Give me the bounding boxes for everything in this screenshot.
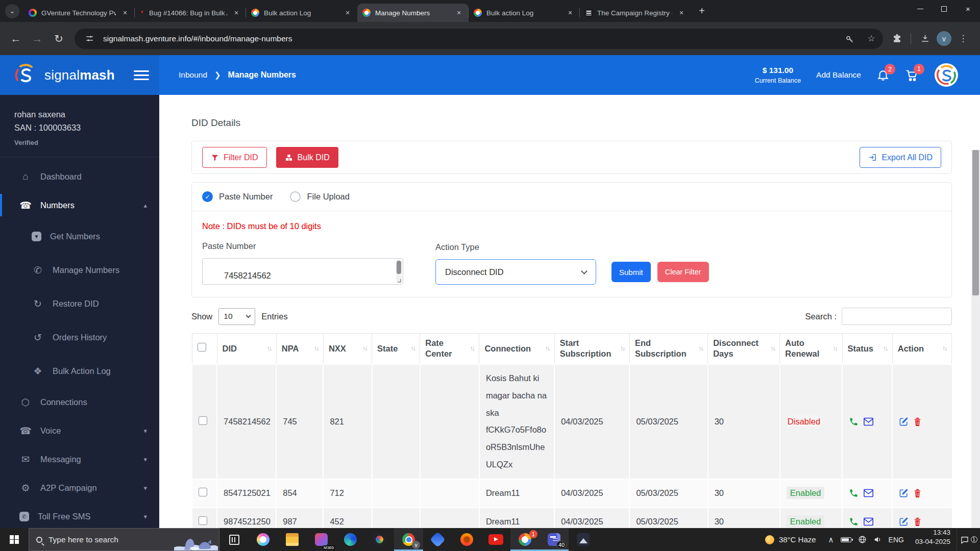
call-icon[interactable] xyxy=(849,517,859,527)
delete-icon[interactable] xyxy=(913,417,922,427)
forward-button[interactable]: → xyxy=(28,29,47,48)
sort-icon[interactable]: ↑↓ xyxy=(314,345,318,353)
row-checkbox[interactable] xyxy=(199,516,207,525)
column-header[interactable]: State ↑↓ xyxy=(372,334,420,364)
message-icon[interactable] xyxy=(863,517,874,527)
tab-close-icon[interactable]: × xyxy=(343,8,352,17)
sort-icon[interactable]: ↑↓ xyxy=(833,345,837,353)
taskbar-app-image-viewer[interactable] xyxy=(569,528,598,551)
url-text[interactable]: signalmash.gventure.info/#/inbound/manag… xyxy=(103,34,836,43)
paste-number-textarea[interactable]: 7458214562 xyxy=(202,258,403,285)
sort-icon[interactable]: ↑↓ xyxy=(620,345,624,353)
notifications-bell[interactable]: 2 xyxy=(876,68,890,82)
sort-icon[interactable]: ↑↓ xyxy=(770,345,774,353)
taskbar-app-copilot[interactable] xyxy=(249,528,278,551)
sort-icon[interactable]: ↑↓ xyxy=(410,345,414,353)
hidden-icons-chevron[interactable]: ∧ xyxy=(828,535,834,544)
taskbar-app-signalmash-window[interactable]: 1 xyxy=(510,528,540,551)
sidebar-item-numbers[interactable]: ☎ Numbers ▴ xyxy=(0,191,159,219)
back-button[interactable]: ← xyxy=(6,29,26,48)
language-indicator[interactable]: ENG xyxy=(889,536,904,544)
extensions-puzzle-icon[interactable] xyxy=(889,31,904,46)
browser-tab[interactable]: GVenture Technology Pvt. L × xyxy=(23,4,135,22)
network-icon[interactable] xyxy=(858,535,867,544)
taskbar-clock[interactable]: 13:43 03-04-2025 xyxy=(909,528,957,551)
browser-tab[interactable]: Bug #14066: Bug in Bulk A × xyxy=(135,4,246,22)
column-header[interactable]: Connection ↑↓ xyxy=(479,334,554,364)
downloads-icon[interactable] xyxy=(917,31,933,46)
delete-icon[interactable] xyxy=(913,488,922,498)
browser-profile-avatar[interactable]: v xyxy=(937,31,951,46)
new-tab-button[interactable]: + xyxy=(694,4,709,19)
browser-tab[interactable]: The Campaign Registry - R × xyxy=(580,4,691,22)
sort-icon[interactable]: ↑↓ xyxy=(470,345,474,353)
tab-close-icon[interactable]: × xyxy=(232,8,241,17)
tab-close-icon[interactable]: × xyxy=(454,8,463,17)
action-center-button[interactable]: 1 xyxy=(957,528,980,551)
column-header[interactable]: Disconnect Days ↑↓ xyxy=(708,334,780,364)
password-key-icon[interactable] xyxy=(842,31,857,46)
sort-icon[interactable]: ↑↓ xyxy=(698,345,702,353)
taskbar-app-chrome[interactable]: v xyxy=(394,528,423,551)
taskbar-app-firefox[interactable] xyxy=(452,528,481,551)
message-icon[interactable] xyxy=(863,417,874,427)
select-all-checkbox[interactable] xyxy=(198,343,206,352)
breadcrumb-section[interactable]: Inbound xyxy=(179,70,207,80)
edit-icon[interactable] xyxy=(899,417,909,427)
sidebar-item-bulk-action-log[interactable]: ❖ Bulk Action Log xyxy=(0,354,159,388)
sidebar-item-a2p-campaign[interactable]: ⚙ A2P Campaign ▾ xyxy=(0,473,159,502)
file-upload-radio[interactable]: File Upload xyxy=(290,191,349,202)
volume-icon[interactable] xyxy=(873,535,882,544)
menu-icon[interactable] xyxy=(134,70,149,80)
sidebar-item-dashboard[interactable]: ⌂ Dashboard xyxy=(0,162,159,191)
taskbar-app-teams[interactable]: 40 xyxy=(540,528,569,551)
taskbar-app-edge[interactable] xyxy=(336,528,365,551)
taskbar-search-box[interactable]: Type here to search xyxy=(29,528,219,551)
signalmash-profile-logo[interactable] xyxy=(934,63,959,87)
column-header[interactable]: Status ↑↓ xyxy=(842,334,892,364)
tab-search-button[interactable]: ⌄ xyxy=(5,4,19,18)
action-type-select[interactable]: Disconnect DID xyxy=(435,259,596,285)
bookmark-star-icon[interactable]: ☆ xyxy=(864,31,879,46)
taskbar-app-loop[interactable] xyxy=(423,528,452,551)
window-maximize-button[interactable] xyxy=(932,0,956,17)
delete-icon[interactable] xyxy=(913,517,922,527)
column-header[interactable]: DID ↑↓ xyxy=(217,334,276,364)
add-balance-button[interactable]: Add Balance xyxy=(816,70,861,80)
filter-did-button[interactable]: Filter DID xyxy=(202,147,267,168)
column-header[interactable]: Auto Renewal ↑↓ xyxy=(780,334,842,364)
scrollbar-thumb[interactable] xyxy=(972,150,979,295)
battery-icon[interactable] xyxy=(841,537,851,542)
sidebar-item-orders-history[interactable]: ↺ Orders History xyxy=(0,320,159,354)
reload-button[interactable]: ↻ xyxy=(49,29,68,48)
task-view-button[interactable] xyxy=(219,528,249,551)
submit-button[interactable]: Submit xyxy=(611,262,651,282)
taskbar-app-file-explorer[interactable] xyxy=(278,528,307,551)
sort-icon[interactable]: ↑↓ xyxy=(883,345,887,353)
sort-icon[interactable]: ↑↓ xyxy=(942,345,946,353)
column-header[interactable]: NPA ↑↓ xyxy=(276,334,323,364)
paste-number-radio[interactable]: ✓ Paste Number xyxy=(202,191,273,202)
taskbar-weather[interactable]: 38°C Haze xyxy=(758,528,823,551)
sidebar-item-get-numbers[interactable]: ▼ Get Numbers xyxy=(0,219,159,253)
entries-select[interactable]: 10 xyxy=(218,308,255,325)
cart-button[interactable]: 1 xyxy=(905,68,919,82)
sidebar-item-connections[interactable]: ⬡ Connections xyxy=(0,388,159,416)
table-search-input[interactable] xyxy=(842,308,952,325)
browser-tab[interactable]: Bulk action Log × xyxy=(469,4,580,22)
tab-close-icon[interactable]: × xyxy=(566,8,575,17)
sidebar-item-voice[interactable]: ☎ Voice ▾ xyxy=(0,416,159,445)
call-icon[interactable] xyxy=(849,417,859,427)
tab-close-icon[interactable]: × xyxy=(677,8,686,17)
sidebar-item-manage-numbers[interactable]: ✆ Manage Numbers xyxy=(0,253,159,287)
column-header[interactable]: End Subscription ↑↓ xyxy=(629,334,707,364)
site-info-icon[interactable] xyxy=(82,31,97,46)
sidebar-item-toll-free-sms[interactable]: ✆ Toll Free SMS ▾ xyxy=(0,502,159,528)
address-bar[interactable]: signalmash.gventure.info/#/inbound/manag… xyxy=(75,29,883,49)
column-header[interactable]: NXX ↑↓ xyxy=(323,334,372,364)
call-icon[interactable] xyxy=(849,488,859,498)
start-button[interactable] xyxy=(0,528,29,551)
page-scrollbar[interactable] xyxy=(971,150,980,528)
edit-icon[interactable] xyxy=(899,517,909,527)
message-icon[interactable] xyxy=(863,488,874,498)
